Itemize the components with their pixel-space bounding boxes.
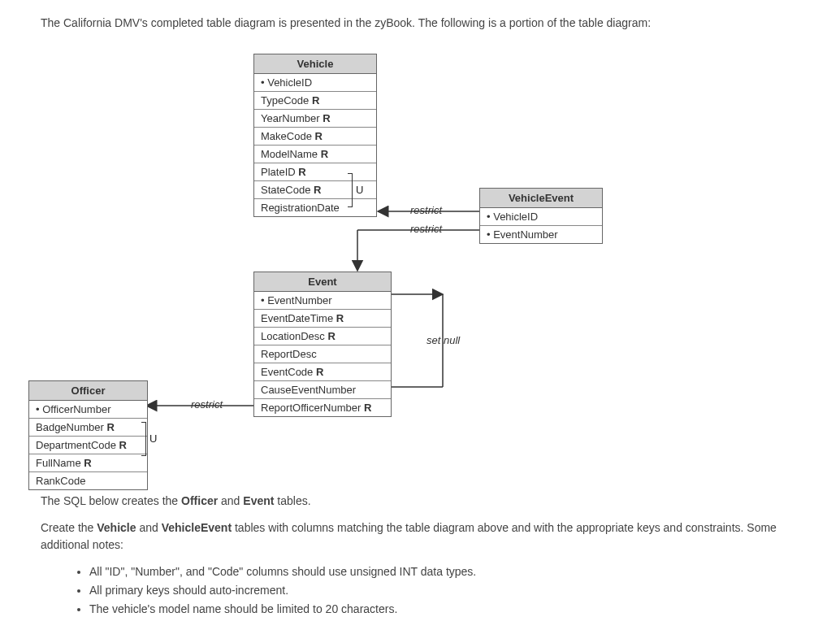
- notes-list: All "ID", "Number", and "Code" columns s…: [41, 563, 799, 617]
- rel-ve-event: restrict: [410, 223, 442, 235]
- bold-event: Event: [243, 494, 274, 507]
- entity-vehicle-title: Vehicle: [254, 54, 376, 74]
- bold-vehicleevent: VehicleEvent: [162, 521, 232, 534]
- explain-p2: Create the Vehicle and VehicleEvent tabl…: [41, 519, 799, 554]
- note-item: All "ID", "Number", and "Code" columns s…: [89, 563, 799, 580]
- column-row: LocationDesc R: [254, 328, 391, 345]
- column-row: OfficerNumber: [29, 401, 147, 419]
- vehicle-unique-label: U: [356, 184, 363, 196]
- explain-p1: The SQL below creates the Officer and Ev…: [41, 493, 799, 510]
- column-row: CauseEventNumber: [254, 381, 391, 399]
- note-item: The vehicle's model name should be limit…: [89, 601, 799, 617]
- column-row: FullName R: [29, 454, 147, 472]
- column-row: TypeCode R: [254, 92, 376, 110]
- txt: Create the: [41, 521, 97, 534]
- txt: and: [136, 521, 162, 534]
- rel-ve-vehicle: restrict: [410, 204, 442, 216]
- entity-vehicleevent-title: VehicleEvent: [480, 189, 602, 208]
- txt: The SQL below creates the: [41, 494, 181, 507]
- column-row: ModelName R: [254, 146, 376, 163]
- entity-vehicleevent: VehicleEvent VehicleIDEventNumber: [479, 188, 603, 244]
- column-row: VehicleID: [480, 208, 602, 226]
- entity-event-title: Event: [254, 272, 391, 292]
- rel-event-officer: restrict: [191, 398, 223, 411]
- column-row: VehicleID: [254, 74, 376, 92]
- intro-text: The California DMV's completed table dia…: [41, 16, 799, 29]
- column-row: ReportDesc: [254, 345, 391, 363]
- column-row: BadgeNumber R: [29, 419, 147, 437]
- note-item: All primary keys should auto-increment.: [89, 582, 799, 599]
- explanation: The SQL below creates the Officer and Ev…: [41, 493, 799, 617]
- bold-vehicle: Vehicle: [97, 521, 136, 534]
- column-row: MakeCode R: [254, 128, 376, 146]
- column-row: RankCode: [29, 472, 147, 489]
- er-diagram: Vehicle VehicleIDTypeCode RYearNumber RM…: [41, 46, 799, 484]
- entity-event: Event EventNumberEventDateTime RLocation…: [253, 272, 392, 417]
- column-row: RegistrationDate: [254, 199, 376, 216]
- txt: tables.: [274, 494, 310, 507]
- vehicle-unique-bracket: [348, 173, 353, 207]
- connector-layer: [41, 46, 799, 484]
- txt: and: [218, 494, 243, 507]
- column-row: PlateID R: [254, 163, 376, 181]
- officer-unique-label: U: [149, 432, 157, 445]
- column-row: DepartmentCode R: [29, 437, 147, 454]
- bold-officer: Officer: [181, 494, 218, 507]
- column-row: EventNumber: [254, 292, 391, 310]
- column-row: EventDateTime R: [254, 310, 391, 328]
- column-row: EventNumber: [480, 226, 602, 243]
- column-row: ReportOfficerNumber R: [254, 399, 391, 416]
- rel-event-self: set null: [426, 334, 460, 346]
- column-row: YearNumber R: [254, 110, 376, 128]
- officer-unique-bracket: [141, 422, 146, 456]
- column-row: EventCode R: [254, 363, 391, 381]
- entity-officer-title: Officer: [29, 381, 147, 401]
- entity-officer: Officer OfficerNumberBadgeNumber RDepart…: [28, 380, 148, 490]
